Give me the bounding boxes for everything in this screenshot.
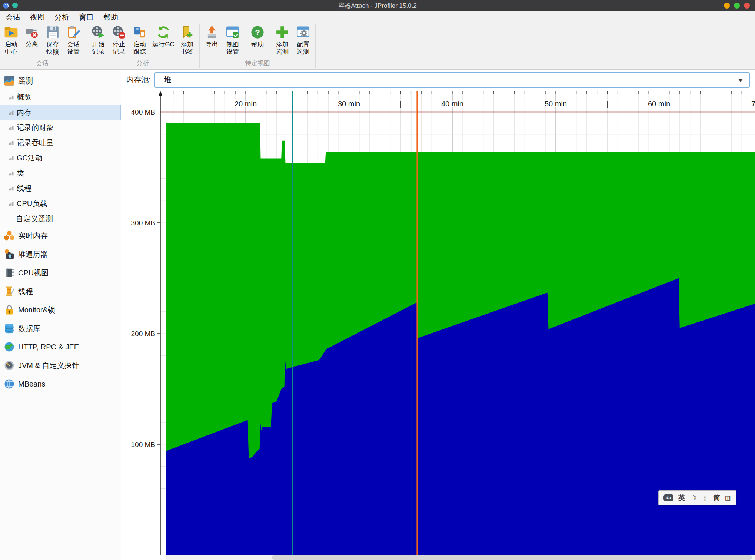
menu-item-help[interactable]: 帮助 [99, 11, 123, 23]
window-title: 容器Attach - JProfiler 15.0.2 [0, 1, 755, 10]
start-recording-label: 开始 记录 [92, 41, 104, 56]
sidebar-item-telemetries[interactable]: 遥测 [0, 72, 121, 90]
mini-bars-icon [8, 201, 14, 207]
menu-item-view[interactable]: 视图 [25, 11, 50, 23]
sidebar-item-threads[interactable]: 线程 [0, 282, 121, 301]
sidebar-item-custom-telemetries[interactable]: 自定义遥测 [0, 211, 121, 226]
view-sidebar: 遥测概览内存记录的对象记录吞吐量GC活动类线程CPU负载自定义遥测实时内存堆遍历… [0, 70, 121, 560]
sidebar-item-cpu-views[interactable]: CPU视图 [0, 264, 121, 282]
wire-globe-icon [4, 378, 15, 390]
sidebar-item-heap-walker[interactable]: 堆遍历器 [0, 245, 121, 264]
config-telemetry-button[interactable]: 配置 遥测 [293, 25, 313, 56]
sidebar-item-label: Monitor&锁 [18, 305, 55, 315]
memory-pool-row: 内存池: 堆 [121, 70, 755, 90]
jprofiler-window: { "window": { "title": "容器Attach - JProf… [0, 0, 755, 560]
horizontal-scrollbar[interactable] [166, 555, 755, 560]
sidebar-item-classes[interactable]: 类 [0, 166, 121, 181]
memory-telemetry-chart[interactable]: 400 MB300 MB200 MB100 MB20 min30 min40 m… [121, 90, 755, 560]
view-settings-icon [226, 25, 240, 39]
sidebar-item-label: HTTP, RPC & JEE [18, 343, 79, 351]
memory-view-panel: 内存池: 堆 400 MB300 MB200 MB100 MB20 min30 … [121, 70, 755, 560]
title-bar[interactable]: 容器Attach - JProfiler 15.0.2 [0, 0, 755, 11]
save-snapshot-button[interactable]: 保存 快照 [42, 25, 63, 56]
toolbar-group-1: 开始 记录停止 记录启动 跟踪运行GC添加 书签分析 [88, 23, 197, 69]
config-telemetry-icon [296, 25, 310, 39]
minimize-button[interactable] [724, 3, 730, 9]
scrollbar-thumb[interactable] [272, 555, 752, 560]
menu-item-analyze[interactable]: 分析 [50, 11, 74, 23]
sidebar-item-mbeans[interactable]: MBeans [0, 375, 121, 393]
baidu-ime-logo[interactable]: du [663, 494, 673, 501]
add-telemetry-label: 添加 遥测 [276, 41, 289, 56]
mini-bars-icon [8, 95, 14, 100]
ime-panel-grid[interactable]: ⊞ [725, 494, 731, 501]
mini-bars-icon [8, 155, 14, 161]
sidebar-item-monitors-locks[interactable]: Monitor&锁 [0, 301, 121, 319]
globe-icon [4, 341, 15, 352]
sidebar-item-label: 线程 [18, 286, 33, 296]
ime-toolbar[interactable]: du英☽；简⊞ [658, 490, 736, 505]
run-gc-label: 运行GC [152, 41, 174, 48]
punctuation-mode[interactable]: ； [701, 494, 708, 501]
run-gc-icon [156, 25, 170, 39]
session-settings-button[interactable]: 会话 设置 [63, 25, 84, 56]
start-recording-button[interactable]: 开始 记录 [88, 25, 109, 56]
close-button[interactable] [744, 3, 750, 9]
heap-walker-icon [4, 249, 15, 260]
add-bookmark-icon [180, 25, 194, 39]
y-axis-arrow-icon [159, 91, 162, 96]
gauge-icon [4, 360, 15, 371]
detach-button[interactable]: 分离 [21, 25, 42, 48]
sidebar-item-gc-activity[interactable]: GC活动 [0, 150, 121, 166]
add-telemetry-button[interactable]: 添加 遥测 [272, 25, 293, 56]
run-gc-button[interactable]: 运行GC [150, 25, 177, 48]
sidebar-item-threads-telemetry[interactable]: 线程 [0, 181, 121, 196]
menu-item-session[interactable]: 会话 [1, 11, 25, 23]
memory-pool-select[interactable]: 堆 [154, 72, 750, 88]
help-label: 帮助 [251, 41, 264, 48]
sidebar-item-jvm-probes[interactable]: JVM & 自定义探针 [0, 356, 121, 375]
launch-center-button[interactable]: 启动 中心 [1, 25, 21, 56]
sidebar-item-label: 内存 [17, 107, 31, 117]
sidebar-item-overview[interactable]: 概览 [0, 90, 121, 105]
sidebar-item-label: 自定义遥测 [16, 214, 53, 224]
view-settings-button[interactable]: 视图 设置 [222, 25, 243, 56]
export-button[interactable]: 导出 [202, 25, 222, 48]
start-tracking-button[interactable]: 启动 跟踪 [129, 25, 150, 56]
maximize-button[interactable] [734, 3, 740, 9]
x-tick-label: 30 min [338, 100, 360, 108]
sidebar-item-label: 概览 [17, 92, 31, 102]
sidebar-item-label: CPU负载 [17, 199, 47, 209]
sidebar-item-label: 类 [17, 168, 24, 178]
toolbar: 启动 中心分离保存 快照会话 设置会话开始 记录停止 记录启动 跟踪运行GC添加… [0, 23, 755, 70]
memory-pool-label: 内存池: [126, 75, 151, 85]
stop-recording-button[interactable]: 停止 记录 [109, 25, 129, 56]
thread-spool-icon [4, 286, 15, 297]
save-snapshot-label: 保存 快照 [46, 41, 59, 56]
toolbar-divider [315, 24, 316, 68]
sidebar-item-label: JVM & 自定义探针 [18, 361, 79, 371]
sidebar-item-live-memory[interactable]: 实时内存 [0, 226, 121, 245]
lang-mode-en[interactable]: 英 [678, 494, 685, 501]
toolbar-group-label: 分析 [88, 57, 197, 69]
y-tick-label: 200 MB [131, 330, 155, 338]
help-button[interactable]: ?帮助 [247, 25, 268, 48]
sidebar-item-databases[interactable]: 数据库 [0, 319, 121, 338]
night-mode[interactable]: ☽ [690, 494, 696, 501]
sidebar-item-recorded-objects[interactable]: 记录的对象 [0, 120, 121, 135]
x-tick-label: 20 min [235, 100, 257, 108]
sidebar-item-memory[interactable]: 内存 [0, 105, 121, 120]
stop-recording-icon [112, 25, 126, 39]
lock-icon [4, 304, 15, 315]
start-tracking-icon [133, 25, 147, 39]
toolbar-group-0: 启动 中心分离保存 快照会话 设置会话 [1, 23, 84, 69]
sidebar-item-recorded-throughput[interactable]: 记录吞吐量 [0, 135, 121, 150]
simplified-chinese[interactable]: 简 [713, 494, 720, 501]
add-bookmark-button[interactable]: 添加 书签 [177, 25, 197, 56]
sidebar-item-http-rpc-jee[interactable]: HTTP, RPC & JEE [0, 338, 121, 356]
config-telemetry-label: 配置 遥测 [297, 41, 309, 56]
sidebar-item-cpu-load[interactable]: CPU负载 [0, 196, 121, 211]
cpu-views-icon [4, 267, 15, 278]
mini-bars-icon [8, 170, 14, 176]
menu-item-window[interactable]: 窗口 [74, 11, 99, 23]
